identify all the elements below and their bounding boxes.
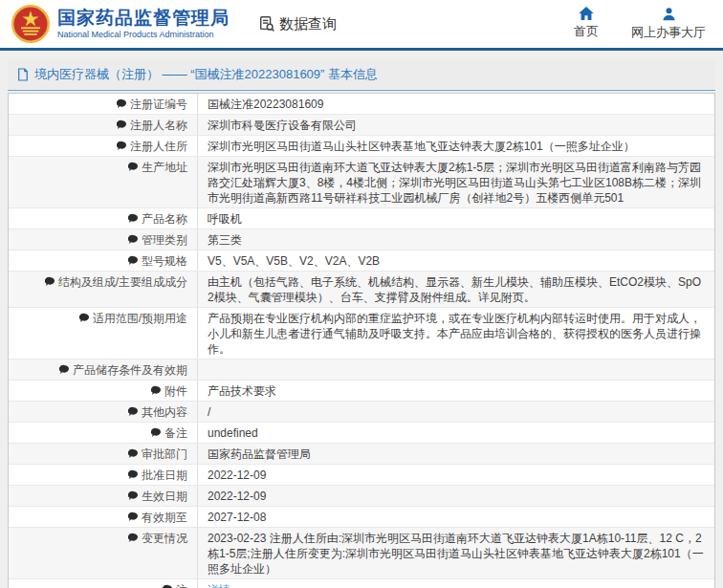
content-panel: 境内医疗器械（注册） —— “国械注准20223081609” 基本信息 注册证… (8, 59, 715, 588)
row-label-text: 附件 (164, 383, 187, 399)
row-label: 其他内容 (9, 402, 198, 422)
row-value: 深圳市光明区马田街道南环大道飞亚达钟表大厦2栋1-5层；深圳市光明区马田街道富利… (198, 157, 714, 207)
table-row: 注册人名称 深圳市科曼医疗设备有限公司 (9, 115, 714, 136)
table-row: 备注 undefined (9, 423, 714, 444)
row-label: 产品名称 (9, 208, 198, 229)
table-row: 其他内容 / (9, 402, 714, 423)
row-value-text: 国械注准20223081609 (208, 98, 323, 111)
row-value: 呼吸机 (198, 208, 714, 229)
comment-icon (128, 234, 139, 245)
row-label: 生效日期 (9, 486, 198, 506)
row-value: 产品技术要求 (198, 381, 714, 401)
comment-icon (128, 512, 139, 522)
row-label: 生产地址 (9, 157, 198, 207)
comment-icon (59, 364, 70, 375)
doc-search-icon (258, 15, 275, 33)
comment-icon (117, 120, 127, 130)
row-value-text: 2027-12-08 (208, 511, 266, 524)
nav-home-label: 首页 (574, 23, 599, 40)
row-label: 批准日期 (9, 465, 198, 485)
nav-home[interactable]: 首页 (574, 7, 599, 41)
nav-data-query[interactable]: 数据查询 (258, 15, 337, 33)
row-value-text: 深圳市科曼医疗设备有限公司 (208, 119, 357, 132)
row-value-text: 2023-02-23 注册人住所由:深圳市光明区马田街道南环大道飞亚达钟表大厦1… (208, 532, 704, 576)
row-label-text: 备注 (164, 425, 187, 441)
row-value: V5、V5A、V5B、V2、V2A、V2B (198, 250, 714, 271)
table-row: 产品储存条件及有效期 (9, 359, 714, 381)
row-label: 产品储存条件及有效期 (9, 359, 198, 380)
home-icon (579, 7, 594, 20)
row-value-text: 2022-12-09 (208, 490, 266, 503)
row-label: 注册人名称 (9, 115, 198, 135)
row-value-text: 由主机（包括气路、电子系统、机械结构、显示器、新生儿模块、辅助压模块、EtCO2… (208, 275, 701, 304)
table-row: 管理类别 第三类 (9, 229, 714, 250)
comment-icon (117, 141, 127, 151)
row-value: undefined (198, 423, 714, 443)
row-label-text: 产品名称 (142, 211, 187, 227)
row-label: 附件 (9, 381, 198, 401)
table-row: 生效日期 2022-12-09 (9, 486, 714, 507)
row-value: 2022-12-09 (198, 486, 714, 506)
row-label-text: 其他内容 (142, 404, 187, 420)
row-value-text: 产品预期在专业医疗机构内部的重症监护环境，或在专业医疗机构内部转运时使用。用于对… (208, 312, 701, 356)
row-value-text: 深圳市光明区马田街道马山头社区钟表基地飞亚达钟表大厦2栋101（一照多址企业） (208, 140, 635, 153)
row-label-text: 变更情况 (142, 531, 187, 546)
row-label: 管理类别 (9, 229, 198, 250)
nav-service-hall-label: 网上办事大厅 (631, 24, 706, 41)
table-row: 结构及组成/主要组成成分 由主机（包括气路、电子系统、机械结构、显示器、新生儿模… (9, 272, 714, 308)
row-value-text: 产品技术要求 (208, 384, 276, 398)
nav-data-query-label: 数据查询 (279, 15, 337, 33)
row-label-text: 型号规格 (142, 253, 187, 269)
comment-icon (128, 533, 139, 543)
table-row: 适用范围/预期用途 产品预期在专业医疗机构内部的重症监护环境，或在专业医疗机构内… (9, 308, 714, 359)
row-label-text: 产品储存条件及有效期 (73, 362, 187, 378)
row-label-text: 适用范围/预期用途 (93, 311, 187, 326)
row-value: 2027-12-08 (198, 507, 714, 527)
table-row: 生产地址 深圳市光明区马田街道南环大道飞亚达钟表大厦2栋1-5层；深圳市光明区马… (9, 157, 714, 208)
national-emblem-icon (11, 5, 50, 43)
comment-icon (117, 98, 127, 109)
page-title: 境内医疗器械（注册） —— “国械注准20223081609” 基本信息 (34, 66, 378, 83)
comment-icon (163, 584, 173, 588)
row-value-text: 呼吸机 (208, 212, 242, 226)
agency-logo-link[interactable]: 国家药品监督管理局 National Medical Products Admi… (11, 5, 230, 43)
row-label: 适用范围/预期用途 (9, 308, 198, 359)
nav-service-hall[interactable]: 网上办事大厅 (631, 7, 706, 41)
row-value: / (198, 402, 714, 422)
table-row: 变更情况 2023-02-23 注册人住所由:深圳市光明区马田街道南环大道飞亚达… (9, 528, 714, 579)
row-value: 产品预期在专业医疗机构内部的重症监护环境，或在专业医疗机构内部转运时使用。用于对… (198, 308, 714, 359)
table-row: 注 详情 (9, 579, 714, 588)
comment-icon (128, 448, 139, 459)
row-label-text: 批准日期 (142, 468, 187, 483)
row-label-text: 注册人住所 (130, 139, 187, 154)
row-label: 审批部门 (9, 444, 198, 464)
row-value: 深圳市科曼医疗设备有限公司 (198, 115, 714, 135)
row-label-text: 管理类别 (142, 232, 187, 248)
row-label: 注册人住所 (9, 136, 198, 156)
info-table: 注册证编号 国械注准20223081609 注册人名称 深圳市科曼医疗设备有限公… (8, 93, 715, 588)
row-value: 国械注准20223081609 (198, 94, 714, 114)
row-value: 第三类 (198, 229, 714, 250)
row-label-text: 生效日期 (142, 489, 187, 504)
detail-link[interactable]: 详情 (208, 583, 230, 588)
table-row: 产品名称 呼吸机 (9, 208, 714, 229)
agency-name: 国家药品监督管理局 (57, 9, 230, 29)
row-value-text: undefined (208, 426, 258, 440)
row-value: 2022-12-09 (198, 465, 714, 485)
comment-icon (151, 385, 162, 396)
row-label-text: 注 (176, 582, 187, 588)
page-title-bar: 境内医疗器械（注册） —— “国械注准20223081609” 基本信息 (8, 59, 715, 91)
comment-icon (128, 469, 139, 480)
row-value-text: 2022-12-09 (208, 468, 266, 482)
row-value: 由主机（包括气路、电子系统、机械结构、显示器、新生儿模块、辅助压模块、EtCO2… (198, 272, 714, 307)
row-label-text: 注册证编号 (130, 97, 187, 112)
row-label: 注册证编号 (9, 94, 198, 114)
row-label: 注 (9, 579, 198, 588)
row-label-text: 生产地址 (142, 160, 187, 175)
row-label-text: 结构及组成/主要组成成分 (58, 274, 187, 290)
row-label-text: 审批部门 (142, 446, 187, 462)
row-value-text: 深圳市光明区马田街道南环大道飞亚达钟表大厦2栋1-5层；深圳市光明区马田街道富利… (208, 161, 701, 205)
row-value-text: 第三类 (208, 233, 242, 247)
table-row: 注册证编号 国械注准20223081609 (9, 94, 714, 115)
row-value-text: 国家药品监督管理局 (208, 447, 311, 461)
